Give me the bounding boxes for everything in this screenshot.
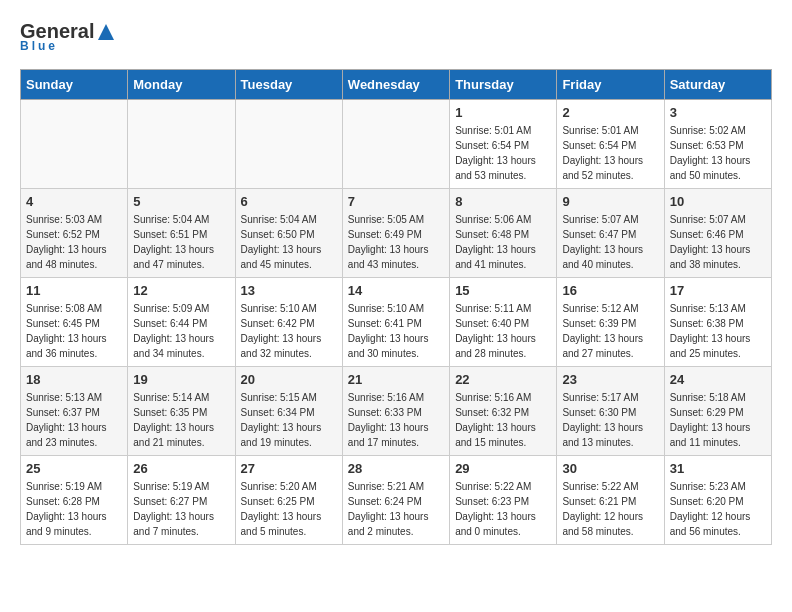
day-info: Sunrise: 5:07 AM Sunset: 6:46 PM Dayligh… [670, 212, 766, 272]
day-number: 15 [455, 283, 551, 298]
calendar-cell: 9Sunrise: 5:07 AM Sunset: 6:47 PM Daylig… [557, 189, 664, 278]
calendar-cell [235, 100, 342, 189]
day-number: 6 [241, 194, 337, 209]
day-info: Sunrise: 5:16 AM Sunset: 6:33 PM Dayligh… [348, 390, 444, 450]
day-info: Sunrise: 5:19 AM Sunset: 6:27 PM Dayligh… [133, 479, 229, 539]
day-info: Sunrise: 5:01 AM Sunset: 6:54 PM Dayligh… [455, 123, 551, 183]
calendar-cell: 1Sunrise: 5:01 AM Sunset: 6:54 PM Daylig… [450, 100, 557, 189]
day-number: 30 [562, 461, 658, 476]
day-number: 26 [133, 461, 229, 476]
calendar-cell: 4Sunrise: 5:03 AM Sunset: 6:52 PM Daylig… [21, 189, 128, 278]
day-info: Sunrise: 5:05 AM Sunset: 6:49 PM Dayligh… [348, 212, 444, 272]
weekday-header: Monday [128, 70, 235, 100]
day-info: Sunrise: 5:01 AM Sunset: 6:54 PM Dayligh… [562, 123, 658, 183]
calendar-cell: 30Sunrise: 5:22 AM Sunset: 6:21 PM Dayli… [557, 456, 664, 545]
weekday-header: Saturday [664, 70, 771, 100]
weekday-header: Friday [557, 70, 664, 100]
page-header: General Blue [20, 20, 772, 53]
day-info: Sunrise: 5:08 AM Sunset: 6:45 PM Dayligh… [26, 301, 122, 361]
weekday-header-row: SundayMondayTuesdayWednesdayThursdayFrid… [21, 70, 772, 100]
calendar-cell: 24Sunrise: 5:18 AM Sunset: 6:29 PM Dayli… [664, 367, 771, 456]
day-number: 17 [670, 283, 766, 298]
day-number: 21 [348, 372, 444, 387]
day-info: Sunrise: 5:10 AM Sunset: 6:42 PM Dayligh… [241, 301, 337, 361]
day-info: Sunrise: 5:15 AM Sunset: 6:34 PM Dayligh… [241, 390, 337, 450]
calendar-week-row: 4Sunrise: 5:03 AM Sunset: 6:52 PM Daylig… [21, 189, 772, 278]
day-info: Sunrise: 5:21 AM Sunset: 6:24 PM Dayligh… [348, 479, 444, 539]
calendar-cell: 13Sunrise: 5:10 AM Sunset: 6:42 PM Dayli… [235, 278, 342, 367]
calendar-cell: 20Sunrise: 5:15 AM Sunset: 6:34 PM Dayli… [235, 367, 342, 456]
weekday-header: Thursday [450, 70, 557, 100]
calendar-cell [128, 100, 235, 189]
calendar-cell: 7Sunrise: 5:05 AM Sunset: 6:49 PM Daylig… [342, 189, 449, 278]
day-info: Sunrise: 5:02 AM Sunset: 6:53 PM Dayligh… [670, 123, 766, 183]
day-number: 16 [562, 283, 658, 298]
calendar-cell: 31Sunrise: 5:23 AM Sunset: 6:20 PM Dayli… [664, 456, 771, 545]
calendar-cell: 16Sunrise: 5:12 AM Sunset: 6:39 PM Dayli… [557, 278, 664, 367]
logo-blue-label: Blue [20, 39, 58, 53]
day-number: 27 [241, 461, 337, 476]
calendar-cell: 15Sunrise: 5:11 AM Sunset: 6:40 PM Dayli… [450, 278, 557, 367]
day-info: Sunrise: 5:10 AM Sunset: 6:41 PM Dayligh… [348, 301, 444, 361]
calendar-cell: 3Sunrise: 5:02 AM Sunset: 6:53 PM Daylig… [664, 100, 771, 189]
calendar-cell: 21Sunrise: 5:16 AM Sunset: 6:33 PM Dayli… [342, 367, 449, 456]
day-info: Sunrise: 5:04 AM Sunset: 6:51 PM Dayligh… [133, 212, 229, 272]
day-number: 29 [455, 461, 551, 476]
day-info: Sunrise: 5:23 AM Sunset: 6:20 PM Dayligh… [670, 479, 766, 539]
calendar-cell: 5Sunrise: 5:04 AM Sunset: 6:51 PM Daylig… [128, 189, 235, 278]
day-info: Sunrise: 5:06 AM Sunset: 6:48 PM Dayligh… [455, 212, 551, 272]
day-number: 12 [133, 283, 229, 298]
day-info: Sunrise: 5:04 AM Sunset: 6:50 PM Dayligh… [241, 212, 337, 272]
day-number: 7 [348, 194, 444, 209]
logo-triangle-icon [96, 22, 116, 42]
calendar-week-row: 18Sunrise: 5:13 AM Sunset: 6:37 PM Dayli… [21, 367, 772, 456]
calendar-cell: 25Sunrise: 5:19 AM Sunset: 6:28 PM Dayli… [21, 456, 128, 545]
day-info: Sunrise: 5:17 AM Sunset: 6:30 PM Dayligh… [562, 390, 658, 450]
day-number: 14 [348, 283, 444, 298]
day-info: Sunrise: 5:22 AM Sunset: 6:21 PM Dayligh… [562, 479, 658, 539]
calendar-cell: 12Sunrise: 5:09 AM Sunset: 6:44 PM Dayli… [128, 278, 235, 367]
day-number: 20 [241, 372, 337, 387]
calendar-week-row: 1Sunrise: 5:01 AM Sunset: 6:54 PM Daylig… [21, 100, 772, 189]
calendar-cell: 8Sunrise: 5:06 AM Sunset: 6:48 PM Daylig… [450, 189, 557, 278]
calendar-cell: 10Sunrise: 5:07 AM Sunset: 6:46 PM Dayli… [664, 189, 771, 278]
calendar-cell: 11Sunrise: 5:08 AM Sunset: 6:45 PM Dayli… [21, 278, 128, 367]
calendar-week-row: 11Sunrise: 5:08 AM Sunset: 6:45 PM Dayli… [21, 278, 772, 367]
calendar-cell: 14Sunrise: 5:10 AM Sunset: 6:41 PM Dayli… [342, 278, 449, 367]
calendar-cell [342, 100, 449, 189]
calendar-cell: 26Sunrise: 5:19 AM Sunset: 6:27 PM Dayli… [128, 456, 235, 545]
day-number: 22 [455, 372, 551, 387]
svg-marker-0 [98, 24, 114, 40]
day-number: 28 [348, 461, 444, 476]
day-number: 10 [670, 194, 766, 209]
calendar-cell: 22Sunrise: 5:16 AM Sunset: 6:32 PM Dayli… [450, 367, 557, 456]
day-info: Sunrise: 5:19 AM Sunset: 6:28 PM Dayligh… [26, 479, 122, 539]
day-number: 1 [455, 105, 551, 120]
day-info: Sunrise: 5:07 AM Sunset: 6:47 PM Dayligh… [562, 212, 658, 272]
day-info: Sunrise: 5:03 AM Sunset: 6:52 PM Dayligh… [26, 212, 122, 272]
day-number: 2 [562, 105, 658, 120]
weekday-header: Sunday [21, 70, 128, 100]
day-number: 9 [562, 194, 658, 209]
day-info: Sunrise: 5:11 AM Sunset: 6:40 PM Dayligh… [455, 301, 551, 361]
calendar-cell: 28Sunrise: 5:21 AM Sunset: 6:24 PM Dayli… [342, 456, 449, 545]
logo: General Blue [20, 20, 118, 53]
day-info: Sunrise: 5:13 AM Sunset: 6:38 PM Dayligh… [670, 301, 766, 361]
calendar-cell: 17Sunrise: 5:13 AM Sunset: 6:38 PM Dayli… [664, 278, 771, 367]
day-number: 19 [133, 372, 229, 387]
day-number: 23 [562, 372, 658, 387]
day-info: Sunrise: 5:18 AM Sunset: 6:29 PM Dayligh… [670, 390, 766, 450]
day-info: Sunrise: 5:20 AM Sunset: 6:25 PM Dayligh… [241, 479, 337, 539]
weekday-header: Wednesday [342, 70, 449, 100]
calendar-cell: 29Sunrise: 5:22 AM Sunset: 6:23 PM Dayli… [450, 456, 557, 545]
day-info: Sunrise: 5:22 AM Sunset: 6:23 PM Dayligh… [455, 479, 551, 539]
day-number: 24 [670, 372, 766, 387]
day-info: Sunrise: 5:12 AM Sunset: 6:39 PM Dayligh… [562, 301, 658, 361]
calendar-cell: 23Sunrise: 5:17 AM Sunset: 6:30 PM Dayli… [557, 367, 664, 456]
calendar-cell: 18Sunrise: 5:13 AM Sunset: 6:37 PM Dayli… [21, 367, 128, 456]
day-info: Sunrise: 5:16 AM Sunset: 6:32 PM Dayligh… [455, 390, 551, 450]
calendar-cell: 19Sunrise: 5:14 AM Sunset: 6:35 PM Dayli… [128, 367, 235, 456]
day-number: 25 [26, 461, 122, 476]
day-info: Sunrise: 5:14 AM Sunset: 6:35 PM Dayligh… [133, 390, 229, 450]
day-number: 11 [26, 283, 122, 298]
